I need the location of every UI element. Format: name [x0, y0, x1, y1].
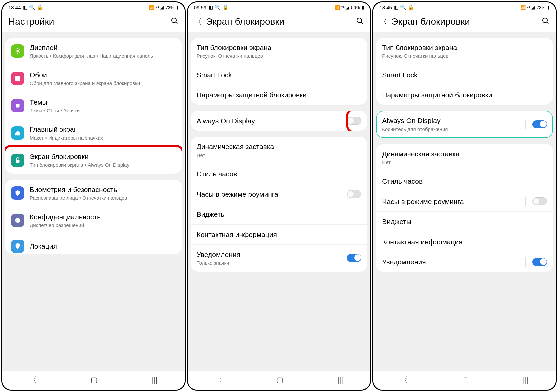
battery-icon: ▮ [362, 5, 364, 10]
sun-icon [11, 44, 24, 58]
item-sub: Диспетчер разрешений [30, 222, 176, 229]
svg-line-8 [19, 53, 20, 53]
item-smart-lock[interactable]: Smart Lock [191, 65, 368, 85]
item-title: Обои [30, 70, 176, 79]
item-contact[interactable]: Контактная информация [191, 225, 368, 245]
item-title: Экран блокировки [30, 152, 176, 161]
lock-icon [11, 154, 24, 167]
page-title: Экран блокировки [391, 16, 538, 27]
item-notifications[interactable]: Уведомления Только значки [191, 245, 368, 272]
page-title: Настройки [8, 16, 167, 27]
item-widgets[interactable]: Виджеты [376, 212, 553, 232]
item-title: Контактная информация [382, 237, 547, 246]
privacy-icon [11, 214, 24, 227]
home-icon [11, 126, 24, 140]
back-icon[interactable]: 〈 [194, 16, 202, 27]
item-title: Стиль часов [197, 169, 362, 178]
item-smart-lock[interactable]: Smart Lock [376, 65, 553, 85]
palette-icon [11, 99, 24, 112]
item-roaming-clock[interactable]: Часы в режиме роуминга [376, 191, 553, 212]
search-icon[interactable] [171, 17, 179, 26]
settings-group: Тип блокировки экрана Рисунок, Отпечатки… [191, 38, 368, 105]
item-lock-type[interactable]: Тип блокировки экрана Рисунок, Отпечатки… [376, 38, 553, 65]
item-title: Биометрия и безопасность [30, 185, 176, 194]
svg-point-0 [172, 18, 176, 23]
divider [525, 197, 526, 206]
item-notifications[interactable]: Уведомления [376, 252, 553, 272]
settings-item-biometrics[interactable]: Биометрия и безопасность Распознавание л… [5, 180, 182, 207]
item-sub: Яркость • Комфорт для глаз • Навигационн… [30, 53, 176, 59]
nav-recent-icon[interactable]: ||| [523, 376, 529, 384]
settings-group: Always On Display Коснитесь для отображе… [376, 111, 553, 138]
settings-group: Биометрия и безопасность Распознавание л… [5, 180, 182, 254]
svg-line-1 [176, 22, 177, 24]
navbar: 〈 ▢ ||| [188, 371, 370, 390]
item-title: Контактная информация [197, 230, 362, 239]
item-secure-lock[interactable]: Параметры защитной блокировки [376, 85, 553, 105]
lockscreen-settings: Тип блокировки экрана Рисунок, Отпечатки… [188, 32, 370, 371]
status-left-icons: ◧ 🔍 🔒 [394, 4, 414, 10]
nav-recent-icon[interactable]: ||| [337, 376, 343, 384]
battery-text: 73% [537, 5, 545, 10]
notifications-toggle[interactable] [347, 254, 361, 262]
back-icon[interactable]: 〈 [379, 16, 387, 27]
item-secure-lock[interactable]: Параметры защитной блокировки [191, 85, 368, 105]
status-right-icons: 📶 ᵛᵒ ◢ [520, 5, 535, 10]
settings-item-location[interactable]: Локация [5, 234, 182, 254]
nav-home-icon[interactable]: ▢ [276, 376, 283, 384]
item-lock-type[interactable]: Тип блокировки экрана Рисунок, Отпечатки… [191, 38, 368, 65]
item-title: Дисплей [30, 43, 176, 52]
item-title: Always On Display [197, 116, 335, 125]
item-title: Виджеты [382, 217, 547, 226]
item-dynamic[interactable]: Динамическая заставка Нет [191, 137, 368, 164]
item-aod[interactable]: Always On Display Коснитесь для отображе… [376, 111, 553, 138]
aod-toggle[interactable] [532, 120, 547, 128]
item-dynamic[interactable]: Динамическая заставка Нет [376, 144, 553, 171]
settings-item-wallpaper[interactable]: Обои Обои для главного экрана и экрана б… [5, 65, 182, 92]
divider [340, 253, 340, 263]
navbar: 〈 ▢ ||| [373, 371, 556, 390]
item-title: Уведомления [382, 257, 520, 266]
item-title: Виджеты [197, 210, 362, 219]
svg-point-14 [15, 218, 20, 223]
settings-group: Дисплей Яркость • Комфорт для глаз • Нав… [5, 38, 182, 174]
roaming-toggle[interactable] [532, 197, 547, 205]
settings-item-themes[interactable]: Темы Темы • Обои • Значки [5, 92, 182, 120]
nav-back-icon[interactable]: 〈 [29, 375, 37, 385]
search-icon[interactable] [542, 17, 550, 26]
battery-icon: ▮ [547, 5, 550, 10]
settings-item-home[interactable]: Главный экран Макет • Индикаторы на знач… [5, 119, 182, 147]
roaming-toggle[interactable] [347, 190, 361, 198]
aod-toggle[interactable] [347, 117, 361, 125]
item-aod[interactable]: Always On Display [191, 111, 368, 131]
nav-home-icon[interactable]: ▢ [462, 376, 469, 384]
header: 〈 Экран блокировки [188, 12, 370, 32]
svg-line-10 [19, 49, 20, 50]
item-sub: Коснитесь для отображения [382, 126, 520, 133]
item-title: Тип блокировки экрана [382, 43, 547, 52]
settings-item-privacy[interactable]: Конфиденциальность Диспетчер разрешений [5, 207, 182, 234]
settings-item-lockscreen[interactable]: Экран блокировки Тип блокировки экрана •… [5, 147, 182, 174]
item-clock-style[interactable]: Стиль часов [376, 171, 553, 191]
item-title: Уведомления [197, 250, 335, 259]
nav-home-icon[interactable]: ▢ [91, 376, 98, 384]
nav-back-icon[interactable]: 〈 [215, 375, 222, 385]
search-icon[interactable] [356, 17, 364, 26]
nav-recent-icon[interactable]: ||| [152, 376, 157, 384]
svg-point-2 [16, 50, 19, 52]
svg-rect-12 [16, 104, 20, 107]
nav-back-icon[interactable]: 〈 [400, 375, 408, 385]
settings-group: Динамическая заставка Нет Стиль часов Ча… [376, 144, 553, 272]
item-sub: Распознавание лица • Отпечатки пальцев [30, 195, 176, 201]
item-sub: Темы • Обои • Значки [30, 107, 176, 114]
item-clock-style[interactable]: Стиль часов [191, 164, 368, 184]
notifications-toggle[interactable] [532, 258, 547, 266]
item-contact[interactable]: Контактная информация [376, 232, 553, 252]
item-roaming-clock[interactable]: Часы в режиме роуминга [191, 184, 368, 204]
battery-text: 73% [166, 5, 174, 10]
settings-item-display[interactable]: Дисплей Яркость • Комфорт для глаз • Нав… [5, 38, 182, 65]
item-sub: Рисунок, Отпечатки пальцев [197, 53, 362, 59]
svg-rect-13 [16, 160, 20, 163]
item-title: Локация [30, 242, 176, 251]
item-widgets[interactable]: Виджеты [191, 204, 368, 224]
